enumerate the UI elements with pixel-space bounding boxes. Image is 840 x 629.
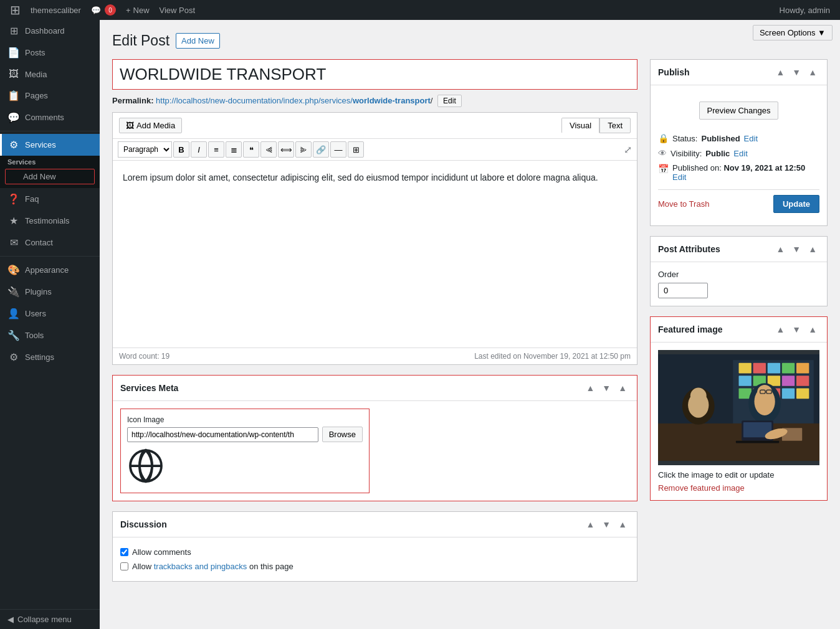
align-left-button[interactable]: ⫷	[260, 141, 277, 158]
sidebar-item-users[interactable]: 👤 Users	[0, 303, 100, 324]
pa-collapse-up[interactable]: ▲	[773, 243, 787, 255]
publish-metabox: Publish ▲ ▼ ▲ Preview Changes 🔒 Status: …	[650, 59, 828, 226]
more-button[interactable]: —	[330, 141, 346, 158]
permalink-base-link[interactable]: http://localhost/new-documentation/index…	[156, 96, 353, 105]
screen-options-button[interactable]: Screen Options ▼	[753, 25, 833, 40]
blockquote-button[interactable]: ❝	[243, 141, 259, 158]
sidebar-item-dashboard[interactable]: ⊞ Dashboard	[0, 20, 100, 42]
remove-featured-image-link[interactable]: Remove featured image	[658, 483, 745, 493]
sidebar-item-posts[interactable]: 📄 Posts	[0, 42, 100, 64]
sidebar-item-faq[interactable]: ❓ Faq	[0, 188, 100, 210]
visibility-edit-link[interactable]: Edit	[733, 149, 747, 158]
sidebar-item-appearance[interactable]: 🎨 Appearance	[0, 259, 100, 281]
add-media-button[interactable]: 🖼 Add Media	[119, 118, 182, 133]
publish-title: Publish	[658, 67, 773, 77]
status-edit-link[interactable]: Edit	[744, 134, 758, 143]
trackbacks-link[interactable]: trackbacks and pingbacks	[154, 562, 247, 571]
discussion-controls: ▲ ▼ ▲	[583, 518, 629, 531]
disc-collapse-up[interactable]: ▲	[583, 518, 597, 531]
view-post-link[interactable]: View Post	[155, 6, 201, 15]
site-name-link[interactable]: themescaliber	[26, 6, 86, 15]
italic-button[interactable]: I	[191, 141, 207, 158]
disc-toggle[interactable]: ▲	[616, 518, 629, 531]
permalink-edit-button[interactable]: Edit	[437, 95, 462, 107]
link-button[interactable]: 🔗	[313, 141, 329, 158]
sidebar-item-plugins[interactable]: 🔌 Plugins	[0, 281, 100, 303]
comments-link[interactable]: 💬 0	[86, 4, 121, 16]
text-tab[interactable]: Text	[599, 118, 631, 133]
allow-trackbacks-checkbox[interactable]	[120, 562, 128, 570]
published-on-label: Published on:	[672, 163, 722, 173]
icon-url-input[interactable]	[127, 427, 318, 442]
move-to-trash-link[interactable]: Move to Trash	[658, 199, 709, 209]
sm-collapse-up[interactable]: ▲	[583, 382, 597, 394]
sidebar-add-new-link[interactable]: Add New	[5, 169, 95, 184]
publish-body: Preview Changes 🔒 Status: Published Edit…	[651, 85, 827, 225]
preview-changes-button[interactable]: Preview Changes	[699, 102, 779, 120]
post-attributes-header[interactable]: Post Attributes ▲ ▼ ▲	[651, 237, 827, 262]
order-input[interactable]	[658, 283, 708, 298]
paragraph-select[interactable]: Paragraph	[118, 141, 172, 158]
table-button[interactable]: ⊞	[348, 141, 364, 158]
featured-image-header[interactable]: Featured image ▲ ▼ ▲	[651, 317, 827, 343]
svg-rect-7	[796, 363, 809, 374]
edit-post-layout: Publish ▲ ▼ ▲ Preview Changes 🔒 Status: …	[112, 59, 828, 592]
sm-collapse-down[interactable]: ▼	[599, 382, 613, 394]
pa-toggle[interactable]: ▲	[806, 243, 819, 255]
sidebar-item-pages[interactable]: 📋 Pages	[0, 85, 100, 106]
sm-toggle[interactable]: ▲	[616, 382, 629, 394]
sidebar-metaboxes: Publish ▲ ▼ ▲ Preview Changes 🔒 Status: …	[650, 59, 828, 511]
comment-count: 0	[105, 4, 116, 16]
permalink-slug-link[interactable]: worldwide-transport	[353, 96, 431, 105]
sidebar-item-settings[interactable]: ⚙ Settings	[0, 346, 100, 368]
add-new-button[interactable]: Add New	[176, 33, 220, 49]
services-meta-header[interactable]: Services Meta ▲ ▼ ▲	[113, 376, 637, 401]
update-button[interactable]: Update	[773, 195, 819, 213]
editor-content[interactable]: Lorem ipsum dolor sit amet, consectetur …	[113, 161, 637, 348]
sidebar-item-tools[interactable]: 🔧 Tools	[0, 324, 100, 346]
services-meta-body: Icon Image Browse	[113, 401, 637, 501]
publish-toggle[interactable]: ▲	[806, 66, 819, 78]
word-count: Word count: 19	[119, 352, 169, 361]
appearance-icon: 🎨	[7, 264, 20, 276]
align-center-button[interactable]: ⟺	[278, 141, 294, 158]
disc-collapse-down[interactable]: ▼	[599, 518, 613, 531]
fullscreen-button[interactable]: ⤢	[624, 144, 632, 156]
sidebar-item-contact[interactable]: ✉ Contact	[0, 232, 100, 253]
publish-collapse-down[interactable]: ▼	[790, 66, 803, 78]
publish-collapse-up[interactable]: ▲	[773, 66, 787, 78]
discussion-body: Allow comments Allow trackbacks and ping…	[113, 537, 637, 581]
sidebar-item-services[interactable]: ⚙ Services	[0, 134, 100, 156]
allow-comments-checkbox[interactable]	[120, 548, 128, 556]
fi-collapse-down[interactable]: ▼	[790, 323, 803, 336]
discussion-header[interactable]: Discussion ▲ ▼ ▲	[113, 512, 637, 537]
publish-metabox-header[interactable]: Publish ▲ ▼ ▲	[651, 60, 827, 85]
featured-image-thumbnail[interactable]	[658, 350, 819, 465]
new-link[interactable]: + New	[121, 6, 155, 15]
bold-button[interactable]: B	[173, 141, 189, 158]
wp-logo-icon[interactable]: ⊞	[5, 2, 26, 17]
published-edit-link[interactable]: Edit	[672, 173, 686, 182]
browse-button[interactable]: Browse	[322, 427, 363, 442]
sidebar-item-comments[interactable]: 💬 Comments	[0, 106, 100, 128]
post-title-input[interactable]	[112, 59, 637, 90]
discussion-metabox: Discussion ▲ ▼ ▲ Allow comments	[112, 511, 637, 582]
collapse-menu[interactable]: ◀ Collapse menu	[0, 609, 100, 629]
fi-toggle[interactable]: ▲	[806, 323, 819, 336]
sidebar-item-media[interactable]: 🖼 Media	[0, 64, 100, 85]
svg-rect-4	[753, 363, 766, 374]
svg-rect-8	[739, 376, 752, 386]
published-date: Nov 19, 2021 at 12:50	[723, 163, 805, 173]
align-right-button[interactable]: ⫸	[295, 141, 312, 158]
svg-rect-5	[768, 363, 780, 374]
visual-tab[interactable]: Visual	[561, 118, 599, 133]
unordered-list-button[interactable]: ≡	[208, 141, 224, 158]
editor-footer: Word count: 19 Last edited on November 1…	[113, 348, 637, 364]
pa-collapse-down[interactable]: ▼	[790, 243, 803, 255]
featured-image-body: Click the image to edit or update Remove…	[651, 343, 827, 500]
icon-image-row: Browse	[127, 427, 363, 442]
media-icon: 🖼	[7, 69, 20, 80]
sidebar-item-testimonials[interactable]: ★ Testimonials	[0, 210, 100, 232]
ordered-list-button[interactable]: ≣	[226, 141, 242, 158]
fi-collapse-up[interactable]: ▲	[773, 323, 787, 336]
